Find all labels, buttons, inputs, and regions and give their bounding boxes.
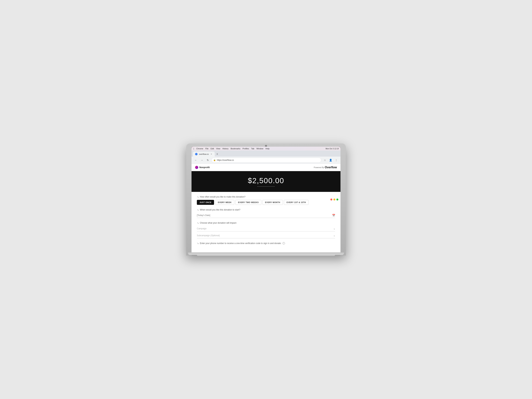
lock-icon: 🔒	[213, 159, 216, 161]
tab-title: overflow.co	[199, 153, 209, 155]
frequency-every-month[interactable]: EVERY MONTH	[262, 200, 283, 205]
date-question-text: When would you like this donation to sta…	[200, 209, 240, 211]
tab-favicon	[195, 153, 197, 155]
phone-question-text: Enter your phone number to receive a one…	[200, 242, 281, 245]
laptop-container:  Chrome File Edit View History Bookmark…	[186, 144, 346, 255]
profile-button[interactable]: 👤	[328, 158, 333, 163]
frequency-just-once[interactable]: JUST ONCE	[197, 200, 214, 205]
nonprofit-logo: Nonprofit	[195, 166, 210, 169]
chrome-toolbar: ← → ↻ 🔒 https://overflow.co ☆ 👤 ⋮	[191, 157, 341, 164]
minimize-window-button[interactable]	[333, 199, 335, 201]
phone-question-section: ↘ Enter your phone number to receive a o…	[197, 242, 335, 245]
form-section: ↘ How often would you like to make this …	[191, 192, 341, 252]
menubar-help: Help	[266, 147, 270, 150]
menubar-edit: Edit	[211, 147, 214, 150]
maximize-window-button[interactable]	[336, 199, 338, 201]
chrome-tab-active[interactable]: overflow.co ✕	[193, 152, 215, 157]
laptop-bottom-bar	[191, 252, 341, 255]
nonprofit-name: Nonprofit	[199, 166, 210, 169]
hero-section: $2,500.00	[191, 171, 341, 192]
frequency-buttons-group: JUST ONCE EVERY WEEK EVERY TWO WEEKS EVE…	[197, 200, 335, 205]
date-arrow-icon: ↘	[197, 208, 199, 211]
subcampaign-chevron-icon: ⌄	[333, 234, 335, 237]
address-bar[interactable]: 🔒 https://overflow.co	[211, 158, 321, 163]
toolbar-actions: ☆ 👤 ⋮	[322, 158, 339, 163]
reload-button[interactable]: ↻	[205, 158, 210, 163]
menubar-file: File	[205, 147, 209, 150]
date-question-label: ↘ When would you like this donation to s…	[197, 208, 335, 211]
menubar-view: View	[216, 147, 221, 150]
donation-amount: $2,500.00	[195, 177, 337, 185]
screen-bezel:  Chrome File Edit View History Bookmark…	[191, 147, 341, 252]
phone-question-label: ↘ Enter your phone number to receive a o…	[197, 242, 335, 245]
menubar-history: History	[222, 147, 228, 150]
menubar-right: Mon Oct 3 12:19	[326, 148, 339, 150]
site-header: Nonprofit Powered By Overflow	[191, 164, 341, 171]
campaign-dropdown[interactable]: Campaign ⌄	[197, 226, 335, 231]
date-input-field[interactable]	[197, 214, 332, 216]
menubar-window: Window	[256, 147, 263, 150]
frequency-question-text: How often would you like to make this do…	[200, 196, 245, 198]
calendar-icon[interactable]: 📅	[332, 214, 335, 217]
frequency-every-1st-15th[interactable]: EVERY 1ST & 15TH	[284, 200, 309, 205]
frequency-every-week[interactable]: EVERY WEEK	[215, 200, 234, 205]
help-icon[interactable]: ?	[283, 242, 285, 245]
frequency-question-label: ↘ How often would you like to make this …	[197, 196, 335, 198]
new-tab-button[interactable]: +	[215, 152, 220, 157]
menu-button[interactable]: ⋮	[334, 158, 339, 163]
website-content: Nonprofit Powered By Overflow $2,500.00	[191, 164, 341, 252]
amount-underline	[257, 186, 275, 187]
menubar-bookmarks: Bookmarks	[231, 147, 240, 150]
impact-question-text: Choose what your donation will impact:	[200, 222, 237, 224]
subcampaign-dropdown[interactable]: Subcampaign (Optional) ⌄	[197, 233, 335, 238]
date-input-row: 📅	[197, 213, 335, 218]
chrome-browser: overflow.co ✕ + ← →	[191, 151, 341, 252]
menubar-chrome: Chrome	[196, 147, 203, 150]
apple-logo-icon: 	[193, 147, 194, 150]
chrome-titlebar: overflow.co ✕ +	[191, 151, 341, 157]
campaign-dropdown-text: Campaign	[197, 227, 333, 230]
powered-by-section: Powered By Overflow	[314, 166, 337, 169]
laptop-foot	[197, 255, 335, 256]
screen-background:  Chrome File Edit View History Bookmark…	[191, 147, 341, 252]
laptop-shell:  Chrome File Edit View History Bookmark…	[186, 144, 346, 255]
frequency-every-two-weeks[interactable]: EVERY TWO WEEKS	[235, 200, 261, 205]
bookmark-button[interactable]: ☆	[322, 158, 327, 163]
impact-arrow-icon: ↘	[197, 222, 199, 224]
traffic-lights	[330, 199, 338, 201]
menubar-left:  Chrome File Edit View History Bookmark…	[193, 147, 270, 150]
impact-question-section: ↘ Choose what your donation will impact:…	[197, 222, 335, 238]
close-window-button[interactable]	[330, 199, 332, 201]
laptop-base	[188, 252, 344, 255]
frequency-question-section: ↘ How often would you like to make this …	[197, 196, 335, 205]
frequency-arrow-icon: ↘	[197, 196, 199, 198]
powered-by-label: Powered By	[314, 166, 324, 168]
url-text: https://overflow.co	[217, 159, 234, 161]
subcampaign-dropdown-text: Subcampaign (Optional)	[197, 234, 333, 237]
macos-menubar:  Chrome File Edit View History Bookmark…	[191, 147, 341, 151]
menubar-datetime: Mon Oct 3 12:19	[326, 148, 339, 150]
date-question-section: ↘ When would you like this donation to s…	[197, 208, 335, 218]
overflow-brand-name: Overflow	[325, 166, 337, 169]
tab-close-button[interactable]: ✕	[210, 153, 213, 155]
menubar-tab: Tab	[251, 147, 254, 150]
logo-circle-icon	[195, 166, 198, 169]
back-button[interactable]: ←	[193, 158, 198, 163]
phone-arrow-icon: ↘	[197, 242, 199, 245]
forward-button[interactable]: →	[199, 158, 204, 163]
campaign-chevron-icon: ⌄	[333, 227, 335, 230]
impact-question-label: ↘ Choose what your donation will impact:	[197, 222, 335, 224]
menubar-profiles: Profiles	[243, 147, 249, 150]
